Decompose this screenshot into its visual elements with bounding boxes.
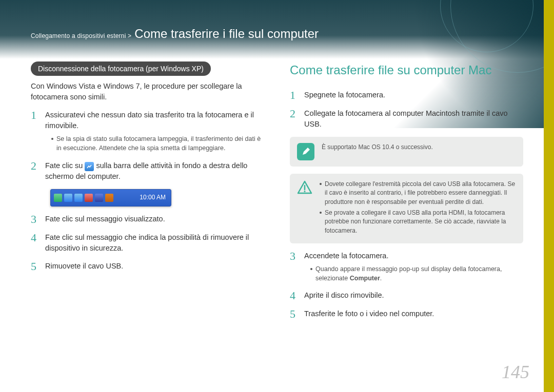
safely-remove-icon xyxy=(85,162,94,171)
left-step-1: 1 Assicuratevi che nessun dato sia trasf… xyxy=(31,110,264,153)
right-step-3: 3 Accendete la fotocamera. Quando appare… xyxy=(290,251,523,283)
step-text: Spegnete la fotocamera. xyxy=(304,90,523,101)
page-header: Collegamento a dispositivi esterni > Com… xyxy=(31,27,523,41)
tray-icon xyxy=(74,194,83,202)
step-text: Aprite il disco rimovibile. xyxy=(304,290,523,301)
right-heading: Come trasferire file su computer Mac xyxy=(290,61,523,79)
tray-icon xyxy=(95,194,103,202)
tray-icon xyxy=(105,194,113,202)
warning-note: Dovete collegare l'estremità piccola del… xyxy=(290,174,523,243)
step-number: 5 xyxy=(31,261,40,272)
left-step-5: 5 Rimuovete il cavo USB. xyxy=(31,261,264,272)
intro-text: Con Windows Vista e Windows 7, le proced… xyxy=(31,81,264,102)
step-number: 3 xyxy=(290,251,299,283)
tray-icon xyxy=(64,194,72,202)
step-number: 4 xyxy=(290,290,299,301)
step-number: 4 xyxy=(31,232,40,254)
right-step-5: 5 Trasferite le foto o i video nel compu… xyxy=(290,308,523,320)
step-text: Assicuratevi che nessun dato sia trasfer… xyxy=(45,111,254,130)
bullet-text: Quando appare il messaggio pop-up sul di… xyxy=(315,264,523,283)
warn-item: Se provate a collegare il cavo USB alla … xyxy=(325,209,516,235)
step-text: Accendete la fotocamera. xyxy=(304,252,388,260)
step-number: 5 xyxy=(290,308,299,320)
taskbar-screenshot: 10:00 AM xyxy=(50,189,171,207)
right-step-1: 1 Spegnete la fotocamera. xyxy=(290,90,523,101)
step-text: Collegate la fotocamera al computer Maci… xyxy=(304,108,523,130)
section-tab xyxy=(544,0,554,392)
step-text-a: Fate clic su xyxy=(45,161,83,170)
page-number: 145 xyxy=(502,361,529,383)
step-number: 1 xyxy=(31,110,40,153)
step-number: 2 xyxy=(31,160,40,182)
tray-icon xyxy=(54,194,62,202)
svg-point-1 xyxy=(304,191,306,192)
right-step-4: 4 Aprite il disco rimovibile. xyxy=(290,290,523,301)
step-number: 1 xyxy=(290,90,299,101)
step-number: 3 xyxy=(31,214,40,225)
bullet-text: Se la spia di stato sulla fotocamera lam… xyxy=(56,134,264,153)
left-step-2: 2 Fate clic su sulla barra delle attivit… xyxy=(31,160,264,182)
step-text: Trasferite le foto o i video nel compute… xyxy=(304,308,523,320)
tray-icon xyxy=(85,194,93,202)
content-area: Disconnessione della fotocamera (per Win… xyxy=(31,61,523,361)
left-step-4: 4 Fate clic sul messaggio che indica la … xyxy=(31,232,264,254)
step-number: 2 xyxy=(290,108,299,130)
taskbar-clock: 10:00 AM xyxy=(140,193,166,202)
step-text: Fate clic sul messaggio che indica la po… xyxy=(45,232,264,254)
step-bullet: Quando appare il messaggio pop-up sul di… xyxy=(310,264,523,283)
right-column: Come trasferire file su computer Mac 1 S… xyxy=(290,61,523,361)
bullet-icon xyxy=(310,268,312,270)
left-column: Disconnessione della fotocamera (per Win… xyxy=(31,61,264,361)
page-title: Come trasferire i file sul computer xyxy=(134,27,319,41)
info-note: È supportato Mac OS 10.4 o successivo. xyxy=(290,137,523,167)
step-text: Fate clic sul messaggio visualizzato. xyxy=(45,214,264,225)
step-text: Rimuovete il cavo USB. xyxy=(45,261,264,272)
section-pill: Disconnessione della fotocamera (per Win… xyxy=(31,61,211,76)
step-bullet: Se la spia di stato sulla fotocamera lam… xyxy=(51,134,264,153)
note-text: È supportato Mac OS 10.4 o successivo. xyxy=(322,143,516,160)
bullet-icon xyxy=(51,138,53,140)
warning-icon xyxy=(297,180,312,195)
left-step-3: 3 Fate clic sul messaggio visualizzato. xyxy=(31,214,264,225)
warn-item: Dovete collegare l'estremità piccola del… xyxy=(325,180,516,207)
right-step-2: 2 Collegate la fotocamera al computer Ma… xyxy=(290,108,523,130)
breadcrumb: Collegamento a dispositivi esterni > xyxy=(31,32,131,39)
pen-icon xyxy=(297,143,314,160)
